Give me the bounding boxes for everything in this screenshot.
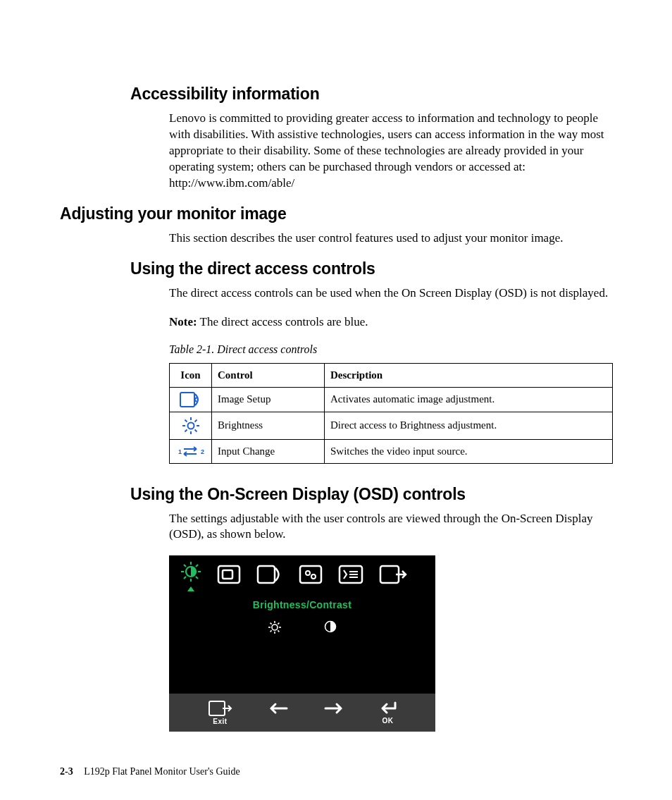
svg-line-9 (194, 419, 197, 421)
svg-line-18 (196, 577, 198, 579)
page-footer: 2-3 L192p Flat Panel Monitor User's Guid… (60, 766, 240, 777)
para-direct-access: The direct access controls can be used w… (169, 285, 612, 302)
svg-line-6 (185, 419, 187, 421)
osd-right-arrow-button[interactable] (324, 702, 344, 724)
table-row: Image Setup Activates automatic image ad… (170, 387, 613, 412)
cell-control: Image Setup (212, 387, 325, 412)
osd-active-indicator-icon (187, 586, 194, 591)
page-number: 2-3 (60, 766, 73, 777)
table-caption: Table 2-1. Direct access controls (169, 343, 612, 356)
svg-line-7 (194, 429, 197, 431)
note-text: The direct access controls are blue. (197, 315, 368, 328)
svg-line-19 (184, 577, 186, 579)
osd-subicon-contrast[interactable] (324, 620, 337, 637)
osd-exit-label: Exit (213, 718, 227, 725)
svg-point-1 (187, 422, 194, 429)
note-label: Note: (169, 315, 197, 328)
osd-icon-image-properties[interactable] (299, 565, 323, 587)
svg-line-17 (184, 565, 186, 567)
svg-line-37 (270, 623, 272, 624)
svg-line-8 (185, 429, 187, 431)
svg-text:1: 1 (178, 448, 182, 455)
osd-active-label: Brightness/Contrast (169, 599, 435, 610)
svg-line-20 (196, 565, 198, 567)
th-description: Description (325, 363, 613, 387)
osd-subicon-brightness[interactable] (268, 620, 282, 637)
svg-rect-23 (258, 566, 275, 583)
para-note: Note: The direct access controls are blu… (169, 314, 612, 331)
svg-rect-0 (180, 393, 194, 407)
svg-line-40 (278, 623, 279, 624)
svg-text:2: 2 (201, 448, 204, 455)
svg-rect-21 (218, 566, 239, 583)
table-row: Brightness Direct access to Brightness a… (170, 412, 613, 439)
osd-left-arrow-button[interactable] (268, 702, 288, 724)
osd-sub-icon-row (169, 620, 435, 637)
osd-exit-button[interactable]: Exit (209, 701, 232, 725)
heading-adjusting: Adjusting your monitor image (60, 204, 612, 223)
svg-line-38 (278, 631, 279, 632)
osd-icon-exit-menu[interactable] (379, 565, 407, 587)
heading-direct-access: Using the direct access controls (130, 259, 612, 278)
svg-rect-22 (223, 570, 232, 579)
svg-point-26 (311, 574, 316, 579)
heading-osd: Using the On-Screen Display (OSD) contro… (130, 485, 612, 504)
svg-rect-42 (209, 701, 225, 715)
cell-description: Direct access to Brightness adjustment. (325, 412, 613, 439)
heading-accessibility: Accessibility information (130, 85, 612, 104)
table-header-row: Icon Control Description (170, 363, 613, 387)
osd-icon-image-position[interactable] (217, 565, 241, 587)
osd-panel: Brightness/Contrast Exit (169, 555, 435, 732)
osd-icon-image-setup[interactable] (256, 565, 283, 587)
icon-brightness (170, 412, 212, 439)
footer-title: L192p Flat Panel Monitor User's Guide (84, 766, 239, 777)
cell-control: Brightness (212, 412, 325, 439)
icon-input-change: 1 2 (170, 439, 212, 463)
osd-icon-brightness-contrast[interactable] (180, 561, 201, 585)
cell-control: Input Change (212, 439, 325, 463)
table-row: 1 2 Input Change Switches the video inpu… (170, 439, 613, 463)
cell-description: Activates automatic image adjustment. (325, 387, 613, 412)
osd-ok-label: OK (382, 717, 394, 725)
para-accessibility: Lenovo is committed to providing greater… (169, 111, 612, 192)
th-icon: Icon (170, 363, 212, 387)
svg-point-25 (306, 571, 310, 575)
icon-image-setup (170, 387, 212, 412)
para-osd: The settings adjustable with the user co… (169, 511, 612, 543)
direct-access-table: Icon Control Description Image Setup Act… (169, 363, 613, 464)
svg-line-39 (270, 631, 272, 632)
osd-ok-button[interactable]: OK (380, 701, 397, 725)
th-control: Control (212, 363, 325, 387)
svg-point-32 (272, 624, 278, 630)
para-adjusting: This section describes the user control … (169, 230, 612, 247)
osd-top-icon-row (169, 555, 435, 589)
svg-rect-24 (300, 566, 321, 583)
osd-bottom-bar: Exit OK (169, 694, 435, 732)
cell-description: Switches the video input source. (325, 439, 613, 463)
osd-icon-options[interactable] (338, 565, 363, 587)
